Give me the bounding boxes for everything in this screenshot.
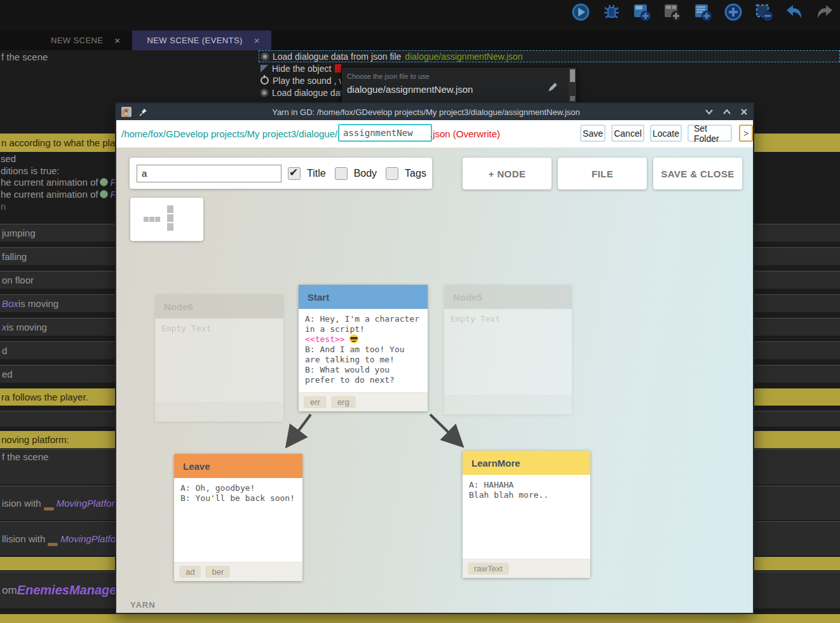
add-event-icon[interactable]: [632, 2, 652, 22]
cancel-button[interactable]: Cancel: [611, 125, 644, 142]
scrollbar-down-arrow[interactable]: [570, 96, 575, 101]
node-body: A: Oh, goodbye! B: You'll be back soon!: [174, 478, 302, 562]
node-body: Empty Text: [155, 318, 283, 402]
app-icon: [121, 107, 132, 117]
node-tag: err: [304, 396, 327, 408]
node-tag: ber: [205, 566, 230, 578]
redo-icon[interactable]: [815, 2, 835, 22]
event-row[interactable]: Load dialogue data from json file dialog…: [259, 50, 840, 62]
node-title: Start: [299, 285, 428, 309]
node-footer: rawText: [463, 559, 590, 578]
tab-close-icon[interactable]: ×: [252, 35, 262, 46]
yarn-node-node5[interactable]: Node5 Empty Text: [444, 285, 572, 414]
node-title: Leave: [174, 454, 302, 478]
event-text-fragment[interactable]: n: [1, 201, 6, 212]
event-text-fragment[interactable]: f the scene: [1, 51, 48, 62]
comment-row[interactable]: [0, 614, 840, 623]
node-body: A: HAHAHA Blah blah more..: [463, 475, 590, 559]
path-suffix: .json (Overwrite): [430, 128, 500, 139]
yarn-footer-label: YARN: [130, 600, 156, 610]
event-text-fragment[interactable]: sed: [1, 153, 16, 164]
animation-icon: [100, 190, 108, 198]
node-body: Empty Text: [444, 309, 572, 395]
pin-icon[interactable]: [139, 108, 147, 116]
comment-text: n according to what the playe: [1, 137, 125, 148]
arrow-start-to-leave: [290, 414, 311, 442]
add-subevent-icon[interactable]: [662, 2, 682, 22]
yarn-node-leave[interactable]: Leave A: Oh, goodbye! B: You'll be back …: [174, 454, 302, 581]
arrow-start-to-learnmore: [430, 414, 459, 442]
add-new-icon[interactable]: [723, 2, 743, 22]
hide-object-icon: [261, 65, 268, 72]
node-body: A: Hey, I'm a character in a script! <<t…: [299, 309, 428, 392]
node-title: Node5: [444, 285, 572, 309]
play-icon[interactable]: [571, 2, 591, 22]
object-thumbnail-icon: [335, 64, 341, 72]
tab-new-scene[interactable]: NEW SCENE ×: [36, 31, 132, 50]
sunglasses-emoji-icon: [349, 334, 358, 343]
more-button[interactable]: >: [739, 125, 753, 142]
yarn-node-node6[interactable]: Node6 Empty Text: [155, 294, 283, 421]
event-text-fragment[interactable]: ditions is true:: [1, 165, 60, 176]
tab-new-scene-events[interactable]: NEW SCENE (EVENTS) ×: [132, 31, 271, 50]
gear-icon: [261, 89, 268, 97]
yarn-node-learnmore[interactable]: LearnMore A: HAHAHA Blah blah more.. raw…: [463, 451, 590, 578]
event-text: Load dialogue dat: [272, 88, 342, 98]
yarn-dialog: Yarn in GD: /home/fox/GDevelop projects/…: [115, 102, 754, 614]
main-toolbar: [0, 0, 840, 31]
remove-selection-icon[interactable]: [754, 2, 774, 22]
app-root: NEW SCENE × NEW SCENE (EVENTS) × Load di…: [0, 0, 840, 623]
yarn-node-start[interactable]: Start A: Hey, I'm a character in a scrip…: [299, 285, 428, 411]
json-file-popup: Choose the json file to use dialogue/ass…: [341, 67, 577, 104]
node-tag: erg: [331, 396, 356, 408]
locate-button[interactable]: Locate: [650, 125, 682, 142]
close-icon[interactable]: [740, 108, 748, 116]
popup-label: Choose the json file to use: [347, 72, 430, 80]
gear-icon: [261, 53, 269, 60]
event-text-fragment[interactable]: he current animation of Pl: [1, 189, 119, 200]
node-footer: [155, 402, 283, 421]
set-folder-button[interactable]: Set Folder: [688, 125, 732, 142]
comment-text: ra follows the player.: [1, 392, 88, 402]
event-text: Play the sound , v: [273, 76, 343, 86]
node-footer: [444, 395, 572, 414]
sound-icon: [261, 76, 269, 85]
yarn-command-text: <<test>>: [305, 334, 345, 344]
dialog-titlebar[interactable]: Yarn in GD: /home/fox/GDevelop projects/…: [116, 104, 753, 120]
node-footer: ad ber: [174, 562, 302, 581]
save-button[interactable]: Save: [580, 125, 606, 142]
node-footer: err erg: [299, 392, 428, 411]
event-text-fragment[interactable]: he current animation of Pl: [1, 177, 119, 188]
node-tag: rawText: [468, 563, 509, 575]
platform-object-icon: [44, 507, 54, 510]
comment-text: noving platform:: [1, 434, 69, 445]
platform-object-icon: [48, 543, 58, 546]
filename-input[interactable]: [338, 124, 432, 142]
popup-value[interactable]: dialogue/assignmentNew.json: [347, 84, 473, 95]
undo-icon[interactable]: [784, 2, 804, 22]
node-title: LearnMore: [463, 451, 590, 475]
node-tag: ad: [179, 566, 201, 578]
tab-label: NEW SCENE: [51, 36, 103, 45]
node-title: Node6: [155, 294, 283, 318]
animation-icon: [100, 178, 108, 186]
debug-icon[interactable]: [601, 2, 621, 22]
event-text: Hide the object: [272, 64, 331, 74]
popup-scrollbar[interactable]: [569, 67, 576, 103]
event-json-link[interactable]: dialogue/assignmentNew.json: [405, 51, 522, 62]
tab-label: NEW SCENE (EVENTS): [147, 36, 243, 45]
event-text: Load dialogue data from json file: [273, 51, 401, 62]
dialog-pathbar: /home/fox/GDevelop projects/My project3/…: [116, 120, 753, 147]
dialog-title: Yarn in GD: /home/fox/GDevelop projects/…: [147, 107, 705, 117]
yarn-canvas[interactable]: Title Body Tags + NODE FILE SAVE & CLOSE: [116, 147, 753, 613]
shade-icon[interactable]: [705, 109, 714, 115]
tab-close-icon[interactable]: ×: [112, 35, 123, 46]
unshade-icon[interactable]: [722, 109, 731, 115]
tab-bar: NEW SCENE × NEW SCENE (EVENTS) ×: [0, 31, 840, 50]
scrollbar-thumb[interactable]: [570, 69, 575, 82]
add-comment-icon[interactable]: [693, 2, 713, 22]
path-prefix: /home/fox/GDevelop projects/My project3/…: [121, 128, 337, 139]
pencil-icon[interactable]: [547, 81, 559, 93]
